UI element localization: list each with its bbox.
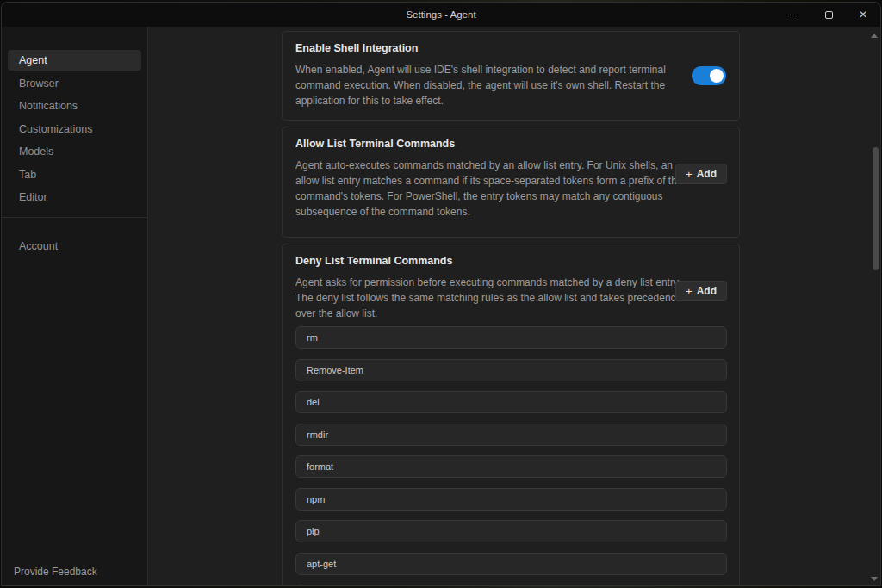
deny-command-item[interactable]: format [295,455,727,478]
plus-icon: + [686,285,693,298]
settings-window: Settings - Agent ✕ Agent Br [1,2,881,586]
deny-command-item[interactable]: rmdir [295,424,727,446]
window-body: Agent Browser Notifications Customizatio… [2,27,880,585]
settings-cards: Enable Shell Integration When enabled, A… [282,31,740,585]
sidebar-item-notifications[interactable]: Notifications [8,96,141,116]
deny-command-item[interactable]: del [295,391,727,413]
scrollbar-down-icon[interactable] [871,577,878,581]
minimize-icon [790,15,798,15]
maximize-button[interactable] [811,3,846,27]
setting-description: When enabled, Agent will use IDE's shell… [295,62,685,108]
add-button-label: Add [697,285,717,297]
close-button[interactable]: ✕ [846,3,880,27]
sidebar-item-label: Models [19,145,53,158]
card-enable-shell-integration: Enable Shell Integration When enabled, A… [282,31,740,121]
sidebar-item-account[interactable]: Account [8,236,141,257]
card-deny-list: Deny List Terminal Commands Agent asks f… [282,244,740,585]
sidebar-item-label: Customizations [19,123,92,135]
sidebar-item-label: Agent [19,54,47,66]
card-allow-list: Allow List Terminal Commands Agent auto-… [282,127,740,238]
setting-title: Allow List Terminal Commands [295,137,727,151]
scrollbar-up-icon[interactable] [871,34,878,38]
sidebar-divider [2,217,147,218]
title-bar[interactable]: Settings - Agent ✕ [2,3,880,27]
sidebar-item-label: Editor [19,191,47,203]
deny-command-item-partial[interactable] [295,585,727,585]
deny-command-item[interactable]: Remove-Item [295,359,727,381]
add-button-label: Add [697,168,717,180]
allow-list-add-button[interactable]: + Add [675,164,727,184]
maximize-icon [825,11,833,19]
sidebar-item-customizations[interactable]: Customizations [8,119,141,139]
setting-title: Deny List Terminal Commands [295,254,727,268]
sidebar: Agent Browser Notifications Customizatio… [2,27,148,585]
window-controls: ✕ [777,3,880,27]
plus-icon: + [686,168,693,181]
desktop-background: Settings - Agent ✕ Agent Br [0,0,882,588]
sidebar-item-browser[interactable]: Browser [8,73,141,94]
sidebar-item-label: Browser [19,77,59,90]
deny-command-item[interactable]: rm [295,326,727,349]
provide-feedback-link[interactable]: Provide Feedback [2,566,147,585]
deny-command-list: rm Remove-Item del rmdir format npm pip … [295,326,727,585]
scrollbar-thumb[interactable] [873,147,879,270]
setting-title: Enable Shell Integration [295,41,727,55]
sidebar-item-editor[interactable]: Editor [8,187,141,207]
shell-integration-toggle[interactable] [692,66,726,85]
minimize-button[interactable] [777,3,811,27]
setting-description: Agent asks for permission before executi… [295,275,685,321]
setting-description: Agent auto-executes commands matched by … [295,158,685,220]
sidebar-item-models[interactable]: Models [8,141,141,162]
scrollbar [866,27,880,585]
sidebar-item-tab[interactable]: Tab [8,164,141,185]
deny-command-item[interactable]: pip [295,520,727,542]
sidebar-item-label: Account [19,240,58,252]
sidebar-item-label: Notifications [19,100,78,112]
close-icon: ✕ [859,9,867,20]
deny-list-add-button[interactable]: + Add [675,281,727,301]
window-title: Settings - Agent [2,3,880,27]
settings-content: Enable Shell Integration When enabled, A… [148,27,880,585]
deny-command-item[interactable]: apt-get [295,553,727,575]
deny-command-item[interactable]: npm [295,488,727,511]
sidebar-item-agent[interactable]: Agent [8,50,141,71]
toggle-knob [710,69,724,83]
sidebar-item-label: Tab [19,169,36,181]
